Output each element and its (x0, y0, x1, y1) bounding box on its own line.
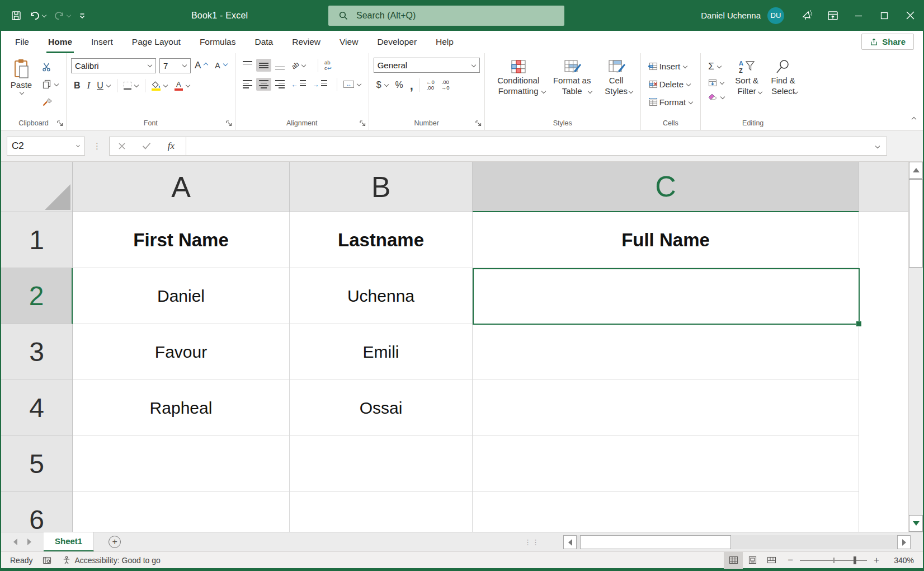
tab-file[interactable]: File (6, 31, 39, 53)
row-header-1[interactable]: 1 (1, 212, 73, 268)
top-align-button[interactable] (240, 59, 255, 72)
cell-b6[interactable] (290, 492, 473, 532)
row-header-6[interactable]: 6 (1, 492, 73, 532)
user-name[interactable]: Daniel Uchenna (701, 11, 761, 20)
format-painter-button[interactable] (39, 95, 62, 109)
zoom-slider-thumb[interactable] (854, 556, 856, 564)
tab-formulas[interactable]: Formulas (190, 31, 246, 53)
column-header-b[interactable]: B (290, 162, 473, 212)
cell-a5[interactable] (73, 436, 290, 492)
zoom-out-icon[interactable]: − (781, 555, 800, 566)
undo-button[interactable] (27, 8, 48, 24)
percent-style-button[interactable]: % (393, 78, 406, 92)
feedback-megaphone-icon[interactable] (794, 5, 820, 26)
italic-button[interactable]: I (84, 78, 93, 93)
macro-record-icon[interactable] (43, 556, 52, 565)
horizontal-scrollbar-thumb[interactable] (580, 535, 731, 549)
ribbon-display-options-icon[interactable] (820, 5, 846, 26)
bottom-align-button[interactable] (272, 59, 287, 72)
tab-page-layout[interactable]: Page Layout (122, 31, 190, 53)
tab-bar-grip[interactable]: ⋮⋮ (524, 538, 540, 546)
row-header-2[interactable]: 2 (1, 268, 73, 324)
tab-insert[interactable]: Insert (82, 31, 122, 53)
font-name-combo[interactable]: Calibri (71, 58, 156, 73)
tab-home[interactable]: Home (39, 31, 82, 53)
cell-b1[interactable]: Lastname (290, 212, 473, 268)
format-cells-button[interactable]: Format (645, 95, 696, 109)
paste-button[interactable]: Paste (6, 58, 37, 95)
sheet-tab-sheet1[interactable]: Sheet1 (44, 532, 94, 552)
row-header-4[interactable]: 4 (1, 380, 73, 436)
page-layout-view-button[interactable] (743, 552, 762, 569)
cell-c1[interactable]: Full Name (473, 212, 859, 268)
collapse-ribbon-icon[interactable] (911, 114, 916, 124)
orientation-button[interactable]: ab (289, 59, 309, 72)
zoom-in-icon[interactable]: + (867, 555, 886, 566)
previous-sheet-icon[interactable] (13, 539, 17, 545)
cell-a3[interactable]: Favour (73, 324, 290, 380)
scroll-right-icon[interactable] (897, 535, 911, 549)
middle-align-button[interactable] (256, 59, 271, 72)
cell-b2[interactable]: Uchenna (290, 268, 473, 324)
cut-button[interactable] (39, 60, 62, 74)
cell-a1[interactable]: First Name (73, 212, 290, 268)
decrease-decimal-button[interactable]: .00 →0 (439, 77, 452, 93)
cell-b4[interactable]: Ossai (290, 380, 473, 436)
fill-button[interactable] (705, 77, 728, 89)
cancel-icon[interactable] (110, 142, 134, 150)
align-center-button[interactable] (256, 78, 271, 91)
save-icon[interactable] (9, 8, 23, 24)
scroll-up-icon[interactable] (909, 162, 923, 179)
minimize-button[interactable] (846, 0, 871, 31)
select-all-corner[interactable] (1, 162, 73, 212)
delete-cells-button[interactable]: Delete (645, 77, 696, 91)
formula-bar-grip[interactable]: ⋮ (93, 141, 101, 151)
borders-button[interactable] (121, 79, 142, 92)
column-header-d-partial[interactable] (859, 162, 908, 212)
search-box[interactable]: Search (Alt+Q) (328, 6, 564, 26)
formula-input[interactable] (188, 137, 868, 155)
redo-button[interactable] (51, 8, 73, 24)
copy-button[interactable] (39, 77, 62, 91)
autosum-button[interactable]: Σ (705, 59, 728, 74)
close-button[interactable] (897, 0, 923, 31)
increase-decimal-button[interactable]: ←0 .00 (423, 77, 437, 93)
cell-c6[interactable] (473, 492, 859, 532)
row-header-3[interactable]: 3 (1, 324, 73, 380)
clear-button[interactable] (705, 91, 728, 103)
next-sheet-icon[interactable] (27, 539, 31, 545)
enter-check-icon[interactable] (134, 142, 159, 149)
cell-c3[interactable] (473, 324, 859, 380)
tab-data[interactable]: Data (245, 31, 282, 53)
zoom-level[interactable]: 340% (886, 556, 923, 565)
cell-c2-selected[interactable] (473, 268, 859, 324)
wrap-text-button[interactable]: ab c↩ (322, 58, 334, 73)
conditional-formatting-button[interactable]: Conditional Formatting (489, 58, 548, 96)
sort-filter-button[interactable]: AZ Sort & Filter (729, 58, 765, 103)
decrease-indent-button[interactable]: ← (289, 78, 309, 91)
horizontal-scrollbar[interactable] (563, 535, 911, 549)
clipboard-dialog-launcher-icon[interactable] (57, 120, 63, 127)
vertical-scrollbar-thumb[interactable] (909, 179, 923, 268)
align-right-button[interactable] (272, 78, 287, 91)
cell-a6[interactable] (73, 492, 290, 532)
grow-font-button[interactable]: A (192, 58, 211, 73)
number-format-combo[interactable]: General (374, 58, 480, 73)
row-header-5[interactable]: 5 (1, 436, 73, 492)
vertical-scrollbar[interactable] (908, 162, 923, 532)
tab-help[interactable]: Help (426, 31, 463, 53)
cell-a2[interactable]: Daniel (73, 268, 290, 324)
column-header-a[interactable]: A (73, 162, 290, 212)
tab-view[interactable]: View (330, 31, 367, 53)
avatar[interactable]: DU (767, 7, 784, 24)
underline-button[interactable]: U (94, 78, 114, 93)
shrink-font-button[interactable]: A (212, 59, 230, 72)
increase-indent-button[interactable]: → (310, 78, 330, 91)
cell-b3[interactable]: Emili (290, 324, 473, 380)
cell-c5[interactable] (473, 436, 859, 492)
accounting-format-button[interactable]: $ (374, 78, 392, 92)
align-left-button[interactable] (240, 78, 255, 91)
column-header-c[interactable]: C (473, 162, 859, 212)
merge-center-button[interactable]: ↔ (341, 78, 364, 90)
zoom-slider[interactable] (800, 560, 867, 561)
